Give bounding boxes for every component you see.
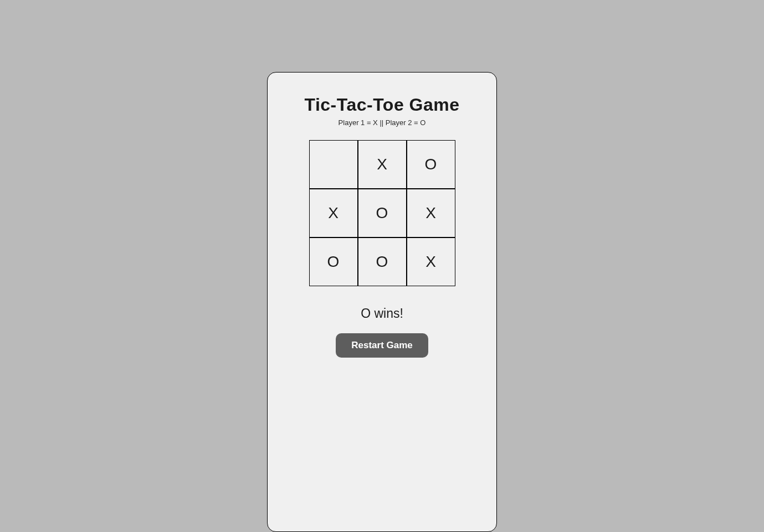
game-subtitle: Player 1 = X || Player 2 = O [339,118,426,127]
game-board: X O X O X O O X [309,140,455,286]
cell-4[interactable]: O [358,189,407,237]
restart-button[interactable]: Restart Game [336,333,428,358]
cell-1[interactable]: X [358,140,407,189]
cell-7[interactable]: O [358,237,407,286]
cell-5[interactable]: X [407,189,455,237]
cell-3[interactable]: X [309,189,358,237]
cell-8[interactable]: X [407,237,455,286]
game-card: Tic-Tac-Toe Game Player 1 = X || Player … [267,72,497,532]
status-text: O wins! [361,306,403,321]
cell-6[interactable]: O [309,237,358,286]
cell-0[interactable] [309,140,358,189]
game-title: Tic-Tac-Toe Game [304,95,459,115]
cell-2[interactable]: O [407,140,455,189]
